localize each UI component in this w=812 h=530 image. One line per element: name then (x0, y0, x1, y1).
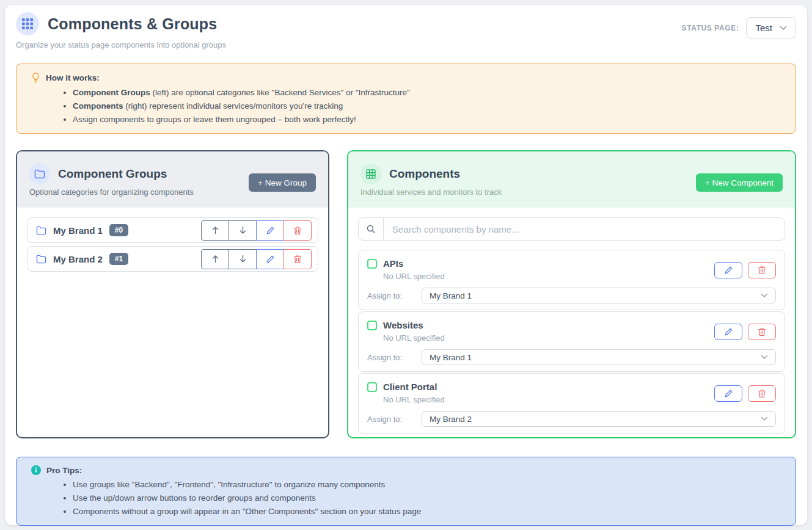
pro-tips-item: Use groups like "Backend", "Frontend", "… (73, 479, 785, 490)
component-name: APIs (383, 258, 403, 269)
pro-tips-item: Components without a group will appear i… (73, 506, 785, 517)
move-group-up-button[interactable] (201, 220, 229, 241)
trash-icon (758, 266, 766, 275)
how-it-works-list: Component Groups (left) are optional cat… (31, 87, 785, 125)
trash-icon (293, 255, 302, 264)
pencil-icon (724, 266, 733, 275)
assign-to-label: Assign to: (367, 291, 422, 300)
component-checkbox[interactable] (367, 321, 377, 330)
info-icon (31, 465, 41, 475)
group-name: My Brand 1 (53, 225, 103, 236)
how-it-works-item: Components (right) represent individual … (73, 101, 785, 112)
pro-tips-title: Pro Tips: (46, 466, 82, 475)
new-component-button[interactable]: + New Component (696, 173, 783, 192)
pro-tips-list: Use groups like "Backend", "Frontend", "… (31, 479, 785, 517)
chevron-down-icon (761, 293, 768, 298)
page-header-left: Components & Groups Organize your status… (16, 12, 226, 49)
arrow-up-icon (211, 226, 219, 234)
table-grid-icon (360, 164, 381, 184)
component-name: Websites (383, 320, 423, 330)
status-page-select[interactable]: Test (746, 17, 796, 38)
trash-icon (293, 226, 302, 235)
edit-group-button[interactable] (256, 220, 284, 241)
components-panel: Components Individual services and monit… (347, 150, 796, 438)
trash-icon (758, 389, 766, 398)
delete-group-button[interactable] (283, 249, 312, 269)
group-order-badge: #0 (109, 224, 128, 236)
panels-row: Component Groups Optional categories for… (16, 150, 796, 438)
status-page-label: STATUS PAGE: (682, 24, 739, 32)
how-it-works-title: How it works: (46, 73, 100, 82)
delete-component-button[interactable] (748, 324, 776, 340)
move-group-down-button[interactable] (229, 220, 257, 241)
arrow-down-icon (239, 255, 247, 263)
move-group-down-button[interactable] (229, 249, 257, 269)
group-name: My Brand 2 (53, 254, 103, 264)
component-groups-header: Component Groups Optional categories for… (17, 151, 328, 208)
pencil-icon (266, 226, 275, 235)
component-actions (714, 385, 776, 402)
page-subtitle: Organize your status page components int… (16, 40, 226, 49)
assign-to-label: Assign to: (367, 353, 422, 362)
group-actions (201, 220, 312, 241)
component-actions (714, 262, 776, 278)
component-checkbox[interactable] (367, 259, 377, 269)
arrow-down-icon (239, 226, 247, 234)
page-header: Components & Groups Organize your status… (16, 12, 796, 49)
components-header: Components Individual services and monit… (348, 151, 795, 208)
component-url-status: No URL specified (383, 333, 445, 343)
chevron-down-icon (780, 26, 787, 31)
component-card: APIs No URL specified Assign to: My Bran… (358, 250, 785, 310)
group-row: My Brand 1 #0 (27, 217, 318, 243)
components-list: APIs No URL specified Assign to: My Bran… (348, 208, 795, 437)
folder-icon (36, 255, 46, 264)
edit-component-button[interactable] (714, 324, 742, 340)
edit-component-button[interactable] (714, 262, 742, 278)
component-url-status: No URL specified (383, 272, 445, 281)
pro-tips-box: Pro Tips: Use groups like "Backend", "Fr… (16, 457, 796, 526)
component-search (358, 217, 785, 241)
trash-icon (758, 327, 766, 336)
main-card: Components & Groups Organize your status… (5, 5, 807, 525)
component-groups-list: My Brand 1 #0 My Bra (17, 208, 328, 437)
delete-component-button[interactable] (748, 262, 776, 278)
how-it-works-item: Assign components to groups or leave the… (73, 114, 785, 125)
new-group-button[interactable]: + New Group (249, 173, 316, 192)
chevron-down-icon (761, 416, 768, 421)
assigned-group-value: My Brand 2 (430, 415, 472, 424)
assign-to-label: Assign to: (367, 415, 422, 424)
edit-component-button[interactable] (714, 385, 742, 402)
folder-icon (29, 164, 50, 184)
folder-icon (36, 226, 46, 235)
assigned-group-value: My Brand 1 (430, 353, 472, 362)
edit-group-button[interactable] (256, 249, 284, 269)
assign-group-select[interactable]: My Brand 1 (422, 288, 776, 303)
group-row: My Brand 2 #1 (27, 246, 318, 272)
component-name: Client Portal (383, 382, 437, 392)
component-card: Client Portal No URL specified Assign to… (358, 373, 785, 434)
component-checkbox[interactable] (367, 382, 377, 392)
lightbulb-icon (31, 72, 40, 83)
assigned-group-value: My Brand 1 (430, 291, 472, 300)
assign-group-select[interactable]: My Brand 1 (422, 349, 776, 365)
chevron-down-icon (761, 355, 768, 360)
group-order-badge: #1 (109, 253, 128, 265)
assign-group-select[interactable]: My Brand 2 (422, 411, 776, 427)
page-title: Components & Groups (48, 15, 217, 33)
move-group-up-button[interactable] (201, 249, 229, 269)
components-title: Components (389, 167, 460, 181)
component-url-status: No URL specified (383, 395, 445, 404)
pencil-icon (266, 255, 275, 264)
pencil-icon (724, 327, 733, 336)
component-actions (714, 324, 776, 340)
grid-dots-icon (16, 12, 39, 35)
pro-tips-item: Use the up/down arrow buttons to reorder… (73, 493, 785, 504)
how-it-works-item: Component Groups (left) are optional cat… (73, 87, 785, 98)
component-card: Websites No URL specified Assign to: My … (358, 311, 785, 372)
how-it-works-box: How it works: Component Groups (left) ar… (16, 64, 796, 134)
search-input[interactable] (384, 218, 785, 240)
component-groups-title: Component Groups (58, 167, 167, 181)
pencil-icon (724, 389, 733, 398)
delete-component-button[interactable] (748, 385, 776, 402)
delete-group-button[interactable] (283, 220, 312, 241)
